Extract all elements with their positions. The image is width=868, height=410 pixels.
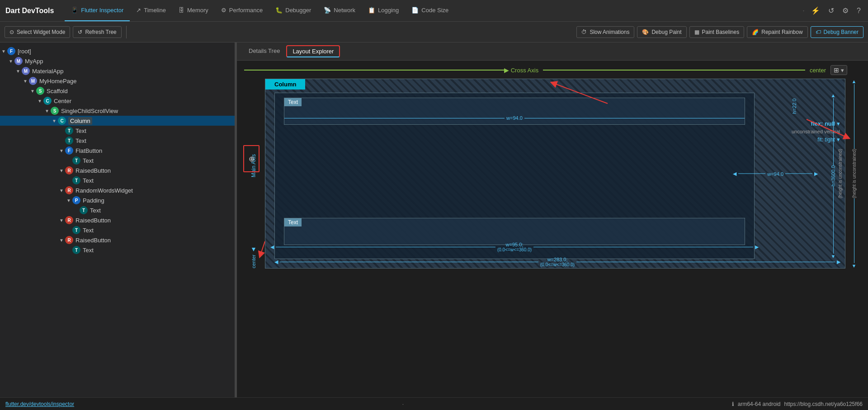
w1-label: w=94.0 — [506, 115, 523, 121]
debug-paint-button[interactable]: 🎨 Debug Paint — [637, 26, 686, 38]
tree-item[interactable]: TText — [0, 225, 235, 235]
tree-label: Center — [54, 98, 71, 104]
slow-animations-button[interactable]: ⏱ Slow Animations — [576, 26, 634, 38]
tree-label: Text — [90, 207, 101, 214]
tree-arrow: ▼ — [58, 238, 65, 243]
h1-label-container: h=22.0 — [792, 98, 797, 115]
tab-network[interactable]: 📡 Network — [317, 0, 362, 21]
tree-badge: M — [14, 57, 23, 65]
layout-explorer-area: ▶ Cross Axis center ⊞ ▾ — [237, 61, 868, 397]
tab-timeline[interactable]: ↗ Timeline — [130, 0, 172, 21]
center-align-icon: ⊞ — [834, 66, 839, 74]
tree-arrow: ▼ — [51, 118, 58, 123]
tree-item[interactable]: TText — [0, 245, 235, 255]
settings-icon[interactable]: ⚙ — [840, 5, 850, 17]
w3-measurement: ◀ w=95.0; (0.0<=w<=360.0) ▶ — [270, 242, 759, 252]
height-unconstrained-1: (height is unconstrained) — [852, 149, 857, 198]
tree-arrow: ▼ — [43, 108, 51, 113]
tree-item[interactable]: ▼PPadding — [0, 195, 235, 205]
column-inner-box: Text w=94.0 — [274, 93, 755, 259]
paint-baselines-button[interactable]: ▦ Paint Baselines — [689, 26, 745, 38]
fit-dropdown-arrow[interactable]: ▾ — [837, 136, 840, 143]
refresh-tree-button[interactable]: ↺ Refresh Tree — [73, 26, 121, 38]
cross-axis-label: Cross Axis — [511, 67, 538, 74]
tree-label: Scaffold — [47, 88, 68, 94]
tree-item[interactable]: ▼F[root] — [0, 46, 235, 56]
tree-item[interactable]: ▼CColumn — [0, 116, 235, 126]
bottom-center: · — [402, 401, 404, 407]
tree-arrow: ▼ — [58, 168, 65, 173]
tab-details-tree[interactable]: Details Tree — [242, 45, 286, 58]
tree-item[interactable]: TText — [0, 205, 235, 215]
tree-arrow: ▼ — [65, 198, 72, 203]
network-icon: 📡 — [324, 7, 331, 14]
tree-badge: T — [72, 156, 80, 165]
tree-arrow: ▼ — [14, 69, 22, 74]
tree-item[interactable]: TText — [0, 175, 235, 185]
tree-arrow: ▼ — [22, 79, 29, 84]
tree-item[interactable]: ▼FFlatButton — [0, 146, 235, 156]
tree-item[interactable]: TText — [0, 136, 235, 146]
info-icon: ℹ — [732, 401, 734, 407]
refresh-icon[interactable]: ↺ — [826, 5, 836, 17]
tree-arrow: ▼ — [36, 99, 43, 104]
debug-banner-button[interactable]: 🏷 Debug Banner — [811, 26, 863, 38]
flex-dropdown-arrow[interactable]: ▾ — [837, 120, 840, 127]
tree-label: Padding — [83, 197, 104, 204]
tree-item[interactable]: ▼RRaisedButton — [0, 215, 235, 225]
bottom-link[interactable]: flutter.dev/devtools/inspector — [5, 401, 74, 407]
tree-label: Text — [83, 157, 94, 164]
tree-badge: F — [65, 146, 73, 155]
tree-label: Text — [75, 127, 86, 134]
tab-layout-explorer[interactable]: Layout Explorer — [286, 45, 340, 57]
cross-axis-dropdown[interactable]: ⊞ ▾ — [830, 65, 847, 75]
tree-item[interactable]: ▼CCenter — [0, 96, 235, 106]
tab-code-size[interactable]: 📄 Code Size — [405, 0, 455, 21]
help-icon[interactable]: ? — [855, 5, 863, 17]
tree-item[interactable]: ▼MMyApp — [0, 56, 235, 66]
tree-item[interactable]: TText — [0, 126, 235, 136]
tree-badge: C — [43, 97, 52, 105]
tree-badge: S — [36, 87, 44, 95]
tree-badge: T — [72, 176, 80, 184]
paint-baselines-icon: ▦ — [694, 29, 699, 35]
w4-label: w=283.0; — [547, 257, 568, 262]
tree-item[interactable]: ▼RRaisedButton — [0, 165, 235, 175]
lightning-icon[interactable]: ⚡ — [809, 5, 822, 17]
h1-label: h=22.0 — [792, 99, 797, 114]
tree-label: MyApp — [25, 58, 43, 65]
tab-performance[interactable]: ⚙ Performance — [215, 0, 269, 21]
repaint-rainbow-button[interactable]: 🌈 Repaint Rainbow — [747, 26, 807, 38]
tree-badge: R — [65, 186, 73, 194]
h2-label: h=3600.0 — [830, 165, 836, 186]
tree-badge: T — [65, 127, 73, 135]
tab-flutter-inspector[interactable]: 📱 Flutter Inspector — [65, 0, 130, 21]
text-widget-2-label: Text — [284, 218, 302, 226]
right-outer-measurement: ▲ (height is unconstrained) ▼ — [847, 79, 861, 269]
top-nav: Dart DevTools 📱 Flutter Inspector ↗ Time… — [0, 0, 868, 22]
tree-arrow: ▼ — [58, 148, 65, 153]
tree-item[interactable]: ▼MMaterialApp — [0, 66, 235, 76]
flex-info-panel: flex: null ▾ unconstrained vertical fit:… — [759, 120, 840, 143]
detail-tabs: Details Tree Layout Explorer — [237, 42, 868, 61]
tree-item[interactable]: ▼SScaffold — [0, 86, 235, 96]
dot-separator: · — [802, 6, 805, 15]
tree-badge: T — [65, 137, 73, 145]
tab-debugger[interactable]: 🐛 Debugger — [269, 0, 317, 21]
tree-item[interactable]: TText — [0, 156, 235, 165]
performance-icon: ⚙ — [221, 7, 226, 14]
tree-badge: C — [58, 117, 66, 125]
tree-panel: ▼F[root]▼MMyApp▼MMaterialApp▼MMyHomePage… — [0, 42, 235, 397]
logging-icon: 📋 — [368, 7, 375, 14]
tree-item[interactable]: ▼RRaisedButton — [0, 235, 235, 245]
tab-logging[interactable]: 📋 Logging — [362, 0, 405, 21]
tree-item[interactable]: ▼RRandomWordsWidget — [0, 185, 235, 195]
tree-item[interactable]: ▼SSingleChildScrollView — [0, 106, 235, 116]
tab-memory[interactable]: 🗄 Memory — [172, 0, 215, 21]
timeline-icon: ↗ — [136, 7, 141, 14]
select-widget-mode-button[interactable]: ⊙ Select Widget Mode — [5, 26, 70, 38]
tree-item[interactable]: ▼MMyHomePage — [0, 76, 235, 86]
tree-label: FlatButton — [75, 147, 102, 154]
tree-arrow: ▼ — [58, 218, 65, 223]
layout-main-box: Column Total Flex Factor: 0 Text — [265, 79, 845, 269]
